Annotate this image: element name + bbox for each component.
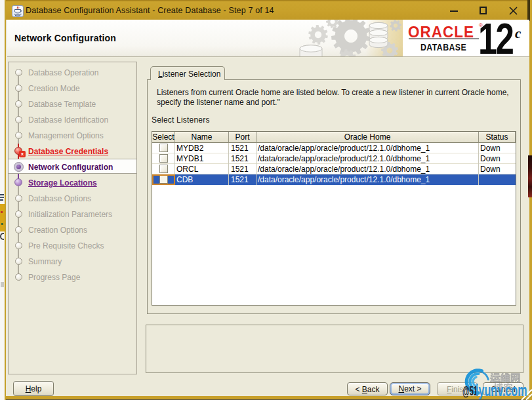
step-node-icon: [14, 178, 22, 186]
cell-port: 1521: [231, 165, 249, 174]
step-node-icon: [15, 116, 22, 123]
cell-port: 1521: [231, 154, 249, 163]
background-artifact: [528, 155, 532, 197]
minimize-icon: [450, 10, 458, 12]
column-header-port[interactable]: Port: [229, 132, 256, 143]
listener-checkbox[interactable]: [159, 144, 168, 152]
step-node-icon: [15, 195, 22, 202]
column-header-select[interactable]: Select: [152, 132, 175, 143]
window-title: Database Configuration Assistant - Creat…: [26, 6, 274, 15]
step-label: Database Operation: [28, 68, 98, 77]
step-label: Database Credentials: [28, 147, 108, 156]
sidebar-step-storage-locations[interactable]: Storage Locations: [9, 175, 136, 191]
cell-oracle-home: /data/oracle/app/oracle/product/12.1.0/d…: [258, 154, 430, 163]
sidebar-step-pre-requisite-checks[interactable]: Pre Requisite Checks: [9, 238, 136, 254]
minimize-button[interactable]: [444, 1, 464, 21]
grid-line: [478, 143, 479, 185]
sidebar-step-creation-mode[interactable]: Creation Mode: [9, 81, 136, 96]
column-header-name[interactable]: Name: [175, 132, 229, 143]
cell-oracle-home: /data/oracle/app/oracle/product/12.1.0/d…: [258, 144, 430, 153]
cell-name: MYDB2: [176, 144, 203, 153]
step-label: Progress Page: [28, 273, 80, 282]
focused-cell-ring: [152, 174, 175, 185]
step-node-icon: [14, 162, 24, 172]
sidebar-step-database-options[interactable]: Database Options: [9, 191, 136, 207]
step-label: Database Identification: [28, 115, 108, 125]
cell-name: ORCL: [176, 165, 198, 174]
finish-button-label: Finish: [438, 385, 477, 394]
title-bar[interactable]: Database Configuration Assistant - Creat…: [6, 0, 529, 20]
help-button[interactable]: Help: [13, 381, 54, 396]
sidebar-step-database-identification[interactable]: Database Identification: [9, 112, 136, 128]
step-label: Network Configuration: [28, 163, 113, 172]
grid-line: [228, 143, 229, 185]
background-artifact: [1, 282, 4, 287]
step-label: Storage Locations: [28, 178, 97, 188]
step-node-icon: [15, 242, 22, 249]
sidebar-step-management-options[interactable]: Management Options: [9, 128, 136, 144]
tab-listener-selection[interactable]: Listener Selection: [150, 66, 225, 80]
step-label: Database Template: [28, 100, 96, 109]
step-label: Initialization Parameters: [28, 210, 112, 219]
sidebar-step-database-template[interactable]: Database Template: [9, 96, 136, 112]
desktop-background-left: [0, 0, 5, 400]
grid-line: [256, 143, 256, 185]
cancel-button-label: Cancel: [483, 385, 523, 394]
sidebar-step-database-credentials[interactable]: xDatabase Credentials: [9, 144, 136, 159]
screen: {"window":{"title":"Database Configurati…: [0, 0, 532, 400]
close-button[interactable]: [503, 1, 523, 21]
edition-letter: c: [515, 26, 521, 42]
message-panel: [146, 325, 523, 373]
gears-graphic: [240, 20, 430, 57]
step-label: Creation Options: [28, 226, 87, 235]
step-label: Database Options: [28, 194, 91, 203]
description-line2: specify the listener name and port.": [157, 98, 280, 107]
background-artifact: [0, 204, 5, 231]
listener-row-mydb2[interactable]: MYDB21521/data/oracle/app/oracle/product…: [152, 143, 516, 153]
java-application-icon: [12, 5, 24, 17]
select-listeners-label: Select Listeners: [152, 115, 210, 125]
background-artifact: [1, 223, 3, 225]
sidebar-step-progress-page[interactable]: Progress Page: [9, 270, 136, 285]
description-line1: Listeners from current Oracle home are l…: [157, 88, 509, 97]
listener-checkbox[interactable]: [159, 154, 168, 163]
desktop-background-right: [528, 0, 532, 400]
back-button[interactable]: < Back: [347, 382, 388, 395]
sidebar-step-network-configuration[interactable]: Network Configuration: [9, 159, 136, 175]
next-button[interactable]: Next >: [390, 382, 430, 395]
listener-row-orcl[interactable]: ORCL1521/data/oracle/app/oracle/product/…: [152, 164, 516, 174]
database-wordmark: DATABASE: [420, 42, 466, 52]
listener-row-cdb[interactable]: CDB1521/data/oracle/app/oracle/product/1…: [152, 174, 516, 185]
finish-button[interactable]: Finish: [437, 382, 478, 395]
sidebar-step-initialization-parameters[interactable]: Initialization Parameters: [9, 207, 136, 222]
background-artifact: [0, 233, 4, 240]
close-icon: [508, 6, 518, 16]
step-node-icon: [15, 100, 22, 108]
back-button-label: < Back: [348, 385, 387, 394]
step-node-dot: [16, 165, 21, 169]
listener-row-mydb1[interactable]: MYDB11521/data/oracle/app/oracle/product…: [152, 153, 516, 164]
cancel-button[interactable]: Cancel: [483, 382, 523, 395]
step-node-icon: [15, 226, 22, 233]
logo-rule: [409, 38, 479, 39]
step-node-icon: [15, 258, 22, 265]
wizard-header: Network Configuration ORACLE ® DATABASE …: [7, 20, 529, 57]
listener-checkbox[interactable]: [159, 165, 168, 173]
page-title: Network Configuration: [14, 33, 116, 43]
step-node-icon: [15, 132, 22, 139]
column-header-status[interactable]: Status: [479, 132, 516, 143]
sidebar-step-database-operation[interactable]: Database Operation: [9, 65, 136, 81]
cell-status: Down: [480, 144, 501, 153]
background-artifact: [0, 197, 4, 198]
cell-port: 1521: [231, 144, 249, 153]
wizard-steps-panel: Database OperationCreation ModeDatabase …: [8, 62, 137, 374]
cell-oracle-home: /data/oracle/app/oracle/product/12.1.0/d…: [258, 175, 430, 184]
step-node-icon: [15, 85, 22, 92]
cell-port: 1521: [231, 175, 249, 184]
background-artifact: [0, 194, 4, 195]
sidebar-step-creation-options[interactable]: Creation Options: [9, 222, 136, 238]
sidebar-step-summary[interactable]: Summary: [9, 254, 136, 270]
version-number: 12: [478, 20, 513, 57]
column-header-oracle-home[interactable]: Oracle Home: [256, 132, 479, 143]
maximize-button[interactable]: [474, 1, 493, 21]
